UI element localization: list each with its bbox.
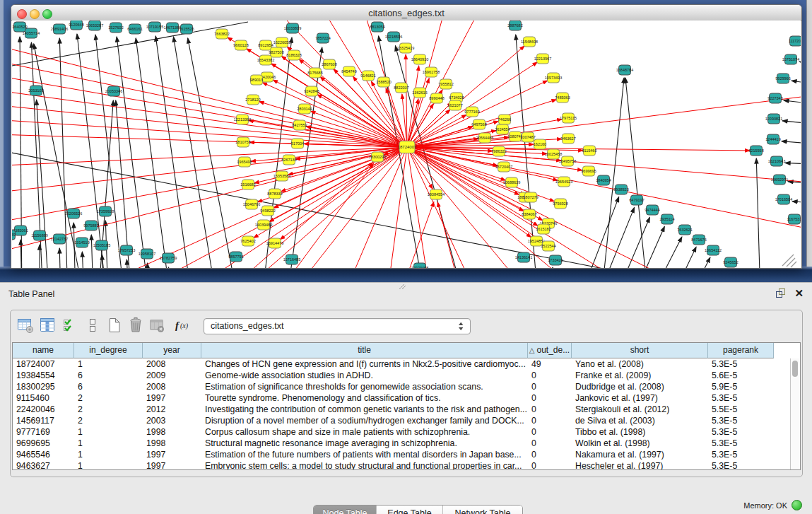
graph-node[interactable]: 7955812: [438, 79, 453, 89]
graph-edge[interactable]: [170, 147, 407, 268]
graph-node[interactable]: 8813054: [370, 22, 384, 32]
graph-edge[interactable]: [12, 147, 407, 195]
graph-edge[interactable]: [792, 201, 801, 204]
graph-node[interactable]: 9699695: [581, 166, 596, 176]
column-header-name[interactable]: name: [13, 343, 74, 358]
delete-table-icon[interactable]: [126, 316, 145, 334]
graph-edge[interactable]: [782, 141, 801, 145]
graph-node[interactable]: 9146821: [360, 71, 375, 81]
graph-node[interactable]: 9777169: [464, 107, 479, 117]
graph-node[interactable]: 20564486: [476, 133, 493, 143]
graph-node[interactable]: 1621077: [447, 100, 462, 110]
graph-edge[interactable]: [259, 102, 407, 147]
graph-edge[interactable]: [784, 100, 801, 105]
graph-edge[interactable]: [792, 81, 801, 86]
column-header-out-de-[interactable]: △out_de...: [528, 343, 572, 358]
graph-edge[interactable]: [407, 147, 750, 151]
graph-node[interactable]: 1588520: [376, 77, 391, 87]
column-header-short[interactable]: short: [572, 343, 708, 358]
panel-resize-grip[interactable]: [399, 284, 407, 290]
graph-edge[interactable]: [155, 36, 192, 268]
graph-edge[interactable]: [407, 66, 419, 147]
graph-node[interactable]: 13325419: [397, 43, 414, 53]
graph-node[interactable]: 2887682: [507, 21, 522, 30]
graph-node[interactable]: 989013: [250, 75, 263, 85]
table-row[interactable]: 2242004622012Investigating the contribut…: [13, 404, 800, 415]
graph-node[interactable]: 7625402: [240, 236, 255, 246]
graph-node[interactable]: 2053103: [28, 86, 43, 95]
graph-edge[interactable]: [12, 87, 407, 147]
show-columns-icon[interactable]: [38, 316, 57, 334]
graph-node[interactable]: 8471676: [691, 235, 706, 245]
graph-node[interactable]: 9120648: [69, 21, 83, 30]
graph-node[interactable]: 16226058: [273, 37, 290, 47]
graph-node[interactable]: 15046766: [243, 199, 260, 209]
function-builder-icon[interactable]: f (x): [173, 316, 192, 334]
graph-node[interactable]: 7615526: [179, 24, 194, 34]
network-graph[interactable]: 1872400718300295193845549660128891295416…: [12, 21, 801, 268]
graph-edge[interactable]: [756, 158, 760, 268]
graph-edge[interactable]: [82, 252, 84, 268]
column-header-year[interactable]: year: [143, 343, 201, 358]
graph-edge[interactable]: [12, 71, 407, 147]
graph-node[interactable]: 12142737: [51, 234, 68, 244]
table-row[interactable]: 911546021997Tourette syndrome. Phenomeno…: [13, 392, 800, 404]
graph-edge[interactable]: [601, 78, 624, 268]
graph-edge[interactable]: [782, 121, 801, 125]
graph-node[interactable]: 19654923: [555, 177, 572, 187]
graph-node[interactable]: 8186328: [286, 50, 301, 60]
graph-node[interactable]: 746266: [498, 115, 511, 124]
graph-node[interactable]: 1965495: [237, 157, 252, 167]
graph-node[interactable]: 6497568: [471, 119, 486, 129]
graph-node[interactable]: 19218596: [385, 32, 402, 42]
graph-node[interactable]: 8215958: [748, 146, 763, 156]
row-options-icon[interactable]: [83, 316, 102, 334]
graph-edge[interactable]: [188, 38, 237, 268]
select-columns-icon[interactable]: [61, 316, 79, 334]
graph-node[interactable]: 10719155: [146, 22, 163, 32]
graph-edge[interactable]: [117, 37, 149, 268]
graph-edge[interactable]: [12, 147, 407, 259]
graph-edge[interactable]: [407, 147, 543, 221]
graph-node[interactable]: 8990448: [429, 93, 444, 103]
graph-node[interactable]: 9929966: [775, 74, 790, 83]
graph-node[interactable]: 2867608: [322, 59, 336, 69]
graph-node[interactable]: 9245652: [723, 257, 738, 267]
graph-edge[interactable]: [788, 182, 801, 185]
graph-node[interactable]: 9498222: [260, 206, 275, 216]
graph-node[interactable]: 19958107: [139, 249, 155, 259]
graph-edge[interactable]: [516, 35, 538, 268]
graph-node[interactable]: 8427552: [292, 120, 307, 130]
graph-node[interactable]: 8938923: [613, 185, 628, 194]
graph-node[interactable]: 1516682: [240, 180, 255, 189]
graph-node[interactable]: 10025458: [545, 149, 562, 159]
table-source-dropdown[interactable]: citations_edges.txt: [204, 318, 471, 334]
graph-node[interactable]: 2522544: [541, 241, 555, 251]
table-row[interactable]: 1938455462009Genome-wide association stu…: [13, 370, 800, 381]
graph-node[interactable]: 9660128: [233, 40, 248, 50]
graph-node[interactable]: 18300295: [369, 152, 386, 162]
table-row[interactable]: 969969511998Structural magnetic resonanc…: [13, 438, 800, 449]
graph-node[interactable]: 7663822: [214, 29, 229, 39]
graph-node[interactable]: 20891406: [51, 24, 68, 34]
tab-node-table[interactable]: Node Table: [314, 506, 376, 514]
graph-node[interactable]: 17016504: [775, 194, 792, 204]
graph-node[interactable]: 917004: [291, 139, 304, 148]
network-canvas[interactable]: 1872400718300295193845549660128891295416…: [12, 21, 801, 268]
graph-node[interactable]: 16495758: [559, 156, 576, 166]
graph-node[interactable]: 17957253: [118, 245, 135, 255]
graph-node[interactable]: 10688639: [503, 177, 520, 187]
graph-node[interactable]: 14136141: [515, 252, 532, 262]
graph-node[interactable]: 1314519: [74, 238, 89, 247]
graph-node[interactable]: 16961758: [423, 67, 440, 77]
graph-edge[interactable]: [580, 197, 619, 268]
graph-edge[interactable]: [799, 62, 801, 66]
new-table-icon[interactable]: [105, 316, 124, 334]
graph-node[interactable]: 9227343: [767, 93, 782, 103]
graph-edge[interactable]: [283, 147, 407, 268]
graph-node[interactable]: 15720407: [495, 162, 512, 172]
graph-edge[interactable]: [396, 201, 434, 268]
graph-node[interactable]: 7857224: [315, 33, 330, 43]
graph-edge[interactable]: [437, 202, 464, 268]
graph-node[interactable]: 1615182: [536, 224, 551, 234]
